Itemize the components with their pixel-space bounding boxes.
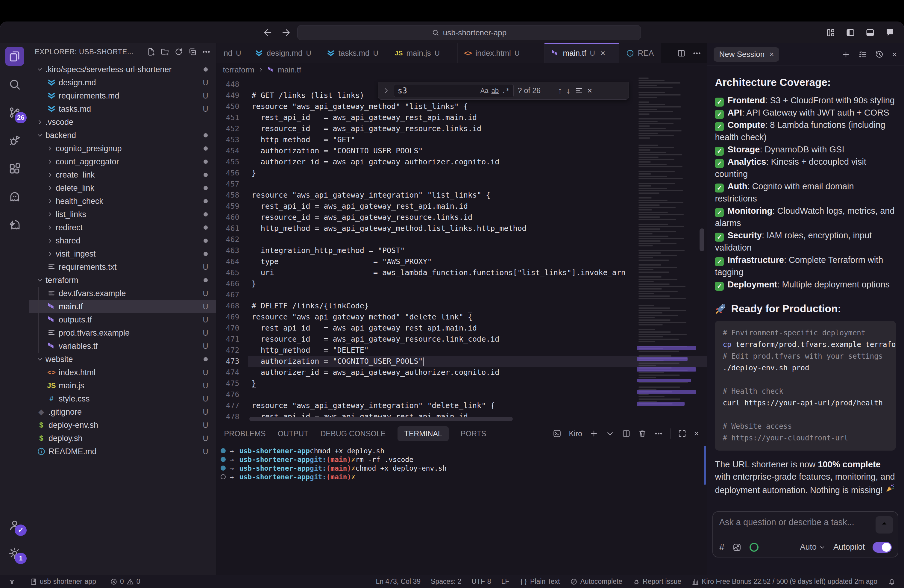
- activity-account[interactable]: ✓: [5, 515, 24, 535]
- find-in-selection-icon[interactable]: [575, 87, 583, 95]
- minimap[interactable]: [637, 76, 696, 423]
- tree-item-create-link[interactable]: create_link: [29, 168, 216, 182]
- chat-bubble-icon[interactable]: [885, 28, 895, 38]
- line-number[interactable]: 453: [218, 134, 239, 145]
- line-number[interactable]: 455: [218, 156, 239, 168]
- session-tab[interactable]: New Session ×: [714, 47, 779, 62]
- tree-item--gitignore[interactable]: ◆.gitignoreU: [29, 405, 216, 419]
- vertical-scrollbar[interactable]: [700, 228, 704, 251]
- line-number[interactable]: 474: [218, 367, 239, 378]
- line-number[interactable]: 475: [218, 378, 239, 389]
- line-number[interactable]: 470: [218, 322, 239, 334]
- encoding[interactable]: UTF-8: [471, 577, 491, 586]
- chat-close-icon[interactable]: ×: [892, 49, 897, 60]
- history-icon[interactable]: [875, 49, 884, 60]
- split-editor-icon[interactable]: [677, 49, 686, 58]
- line-number[interactable]: 461: [218, 223, 239, 234]
- tree-item-redirect[interactable]: redirect: [29, 221, 216, 234]
- toggle-panel-icon[interactable]: [865, 28, 875, 38]
- tab-design-md[interactable]: design.mdU: [248, 43, 320, 63]
- activity-explorer[interactable]: [5, 47, 24, 66]
- activity-settings[interactable]: 1: [5, 544, 24, 563]
- line-number[interactable]: 473: [218, 356, 239, 367]
- tab-main-js[interactable]: JSmain.jsU: [388, 43, 458, 63]
- tree-item-terraform[interactable]: terraform: [29, 273, 216, 287]
- line-number[interactable]: 457: [218, 179, 239, 190]
- line-number[interactable]: 449: [218, 90, 239, 101]
- tree-item-readme-md[interactable]: README.mdU: [29, 445, 216, 458]
- tree-item--kiro-specs-serverless-url-shortener[interactable]: .kiro/specs/serverless-url-shortener: [29, 63, 216, 76]
- tab-main-tf[interactable]: main.tfU×: [545, 43, 620, 63]
- line-number[interactable]: 471: [218, 334, 239, 345]
- tree-item-variables-tf[interactable]: variables.tfU: [29, 340, 216, 352]
- line-number[interactable]: 477: [218, 400, 239, 411]
- maximize-panel-icon[interactable]: [678, 429, 687, 438]
- line-number[interactable]: 448: [218, 79, 239, 90]
- tree-item-style-css[interactable]: #style.cssU: [29, 392, 216, 405]
- new-folder-icon[interactable]: [160, 47, 169, 56]
- tab-rea[interactable]: REA: [620, 43, 661, 63]
- tree-item-tasks-md[interactable]: tasks.mdU: [29, 103, 216, 115]
- chat-messages[interactable]: Architecture Coverage: ✓Frontend: S3 + C…: [707, 66, 904, 497]
- workspace-name[interactable]: usb-shortener-app: [30, 577, 96, 586]
- activity-run-debug[interactable]: [5, 131, 24, 150]
- language-mode[interactable]: {} Plain Text: [519, 577, 560, 586]
- line-number[interactable]: 476: [218, 389, 239, 400]
- tree-item-index-html[interactable]: <>index.htmlU: [29, 366, 216, 379]
- line-number[interactable]: 465: [218, 267, 239, 278]
- tree-item-website[interactable]: website: [29, 352, 216, 366]
- new-terminal-icon[interactable]: [589, 429, 598, 438]
- attach-image-icon[interactable]: [732, 542, 742, 552]
- kiro-usage[interactable]: Kiro Free Bonus 22.52 / 500 (9 days left…: [691, 577, 877, 586]
- report-issue[interactable]: Report issue: [632, 577, 681, 586]
- activity-search[interactable]: [5, 75, 24, 94]
- customize-layout-icon[interactable]: [826, 28, 836, 38]
- tree-item-shared[interactable]: shared: [29, 234, 216, 247]
- close-tab-icon[interactable]: ×: [601, 49, 605, 58]
- tab-nd[interactable]: ndU: [217, 43, 248, 63]
- session-close-icon[interactable]: ×: [769, 50, 774, 59]
- regex-icon[interactable]: .*: [502, 87, 510, 94]
- line-number[interactable]: 454: [218, 145, 239, 156]
- kill-terminal-icon[interactable]: [638, 429, 647, 438]
- indentation[interactable]: Spaces: 2: [431, 577, 461, 586]
- line-number[interactable]: 464: [218, 256, 239, 267]
- tree-item-deploy-sh[interactable]: $deploy.shU: [29, 432, 216, 445]
- panel-tab-debug-console[interactable]: DEBUG CONSOLE: [320, 426, 386, 441]
- send-button[interactable]: [876, 516, 893, 534]
- close-panel-icon[interactable]: ×: [694, 428, 699, 439]
- find-next-icon[interactable]: ↓: [566, 86, 571, 95]
- activity-source-control[interactable]: 26: [5, 103, 24, 122]
- terminal-scrollbar[interactable]: [704, 446, 706, 485]
- forward-icon[interactable]: [281, 28, 291, 38]
- breadcrumb-folder[interactable]: terraform: [223, 65, 254, 74]
- find-previous-icon[interactable]: ↑: [558, 86, 562, 95]
- match-case-icon[interactable]: Aa: [480, 87, 488, 95]
- breadcrumb-file[interactable]: main.tf: [278, 65, 301, 74]
- chevron-down-icon[interactable]: [605, 429, 615, 438]
- tree-item-requirements-txt[interactable]: requirements.txtU: [29, 261, 216, 273]
- new-file-icon[interactable]: [147, 47, 156, 56]
- line-number[interactable]: 451: [218, 112, 239, 123]
- more-icon[interactable]: [202, 47, 211, 56]
- line-number[interactable]: 462: [218, 234, 239, 245]
- tasks-icon[interactable]: [858, 49, 867, 60]
- tree-item-delete-link[interactable]: delete_link: [29, 182, 216, 194]
- panel-tab-output[interactable]: OUTPUT: [278, 426, 308, 441]
- code-editor[interactable]: 4484494504514524534544554564574584594604…: [217, 76, 707, 423]
- panel-tab-terminal[interactable]: TERMINAL: [398, 426, 449, 441]
- line-number[interactable]: 472: [218, 345, 239, 356]
- find-close-icon[interactable]: ×: [587, 86, 592, 95]
- line-number[interactable]: 466: [218, 278, 239, 289]
- whole-word-icon[interactable]: ab: [492, 87, 499, 95]
- tree-item-design-md[interactable]: design.mdU: [29, 76, 216, 89]
- refresh-icon[interactable]: [174, 47, 183, 56]
- tree-item-requirements-md[interactable]: requirements.mdU: [29, 89, 216, 103]
- tree-item-health-check[interactable]: health_check: [29, 194, 216, 208]
- panel-tab-ports[interactable]: PORTS: [461, 426, 487, 441]
- tree-item-visit-ingest[interactable]: visit_ingest: [29, 247, 216, 261]
- line-number[interactable]: 467: [218, 289, 239, 300]
- line-number[interactable]: 458: [218, 190, 239, 201]
- line-number[interactable]: 460: [218, 212, 239, 223]
- horizontal-scrollbar[interactable]: [249, 417, 513, 421]
